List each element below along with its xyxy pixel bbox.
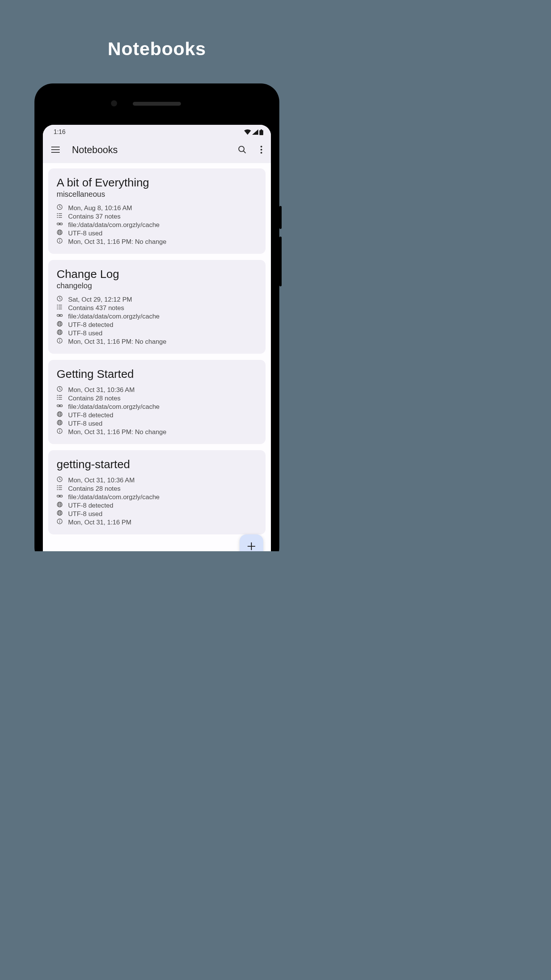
- phone-speaker: [133, 102, 181, 106]
- globe-icon: [57, 501, 63, 510]
- plus-icon: [247, 542, 256, 550]
- notebook-meta-row: file:/data/data/com.orgzly/cache: [57, 403, 257, 411]
- svg-point-7: [57, 213, 58, 214]
- more-vert-icon: [260, 145, 262, 154]
- phone-frame: 1:16 Notebooks A bit of Everythingmis: [34, 83, 279, 551]
- svg-point-31: [57, 399, 58, 400]
- notebook-meta-text: Mon, Oct 31, 1:16 PM: No change: [68, 428, 166, 436]
- notebook-meta-text: Contains 28 notes: [68, 395, 121, 402]
- notebook-meta-text: UTF-8 detected: [68, 412, 113, 419]
- link-icon: [57, 312, 63, 320]
- notebook-meta-text: Mon, Oct 31, 10:36 AM: [68, 477, 135, 484]
- list-icon: [57, 394, 63, 402]
- status-bar: 1:16: [43, 125, 271, 138]
- svg-point-4: [261, 149, 262, 151]
- svg-point-19: [57, 309, 58, 309]
- phone-side-button: [279, 206, 282, 229]
- menu-button[interactable]: [50, 145, 61, 154]
- notebook-meta-row: Contains 437 notes: [57, 304, 257, 312]
- notebook-meta-text: UTF-8 used: [68, 510, 103, 518]
- notebook-meta-text: Mon, Oct 31, 10:36 AM: [68, 386, 135, 394]
- phone-screen: 1:16 Notebooks A bit of Everythingmis: [43, 125, 271, 551]
- search-icon: [238, 145, 246, 154]
- page-title: Notebooks: [0, 0, 314, 59]
- notebook-card[interactable]: Getting StartedMon, Oct 31, 10:36 AMCont…: [48, 360, 266, 444]
- signal-icon: [252, 129, 258, 135]
- status-icons: [244, 129, 263, 135]
- link-icon: [57, 221, 63, 229]
- svg-point-42: [57, 487, 58, 488]
- notebook-meta-row: UTF-8 detected: [57, 411, 257, 419]
- clock-icon: [57, 296, 63, 304]
- search-button[interactable]: [236, 144, 248, 155]
- notebook-meta-text: Contains 37 notes: [68, 213, 121, 220]
- battery-icon: [259, 129, 263, 135]
- svg-point-29: [57, 395, 58, 396]
- add-notebook-fab[interactable]: [240, 534, 263, 551]
- notebook-meta-row: UTF-8 used: [57, 329, 257, 337]
- notebook-meta-row: Contains 37 notes: [57, 212, 257, 220]
- notebook-meta-text: Mon, Aug 8, 10:16 AM: [68, 204, 132, 212]
- svg-point-2: [239, 146, 244, 152]
- notebook-meta-row: Mon, Oct 31, 10:36 AM: [57, 476, 257, 484]
- info-icon: [57, 518, 63, 526]
- globe-icon: [57, 420, 63, 428]
- svg-point-41: [57, 485, 58, 486]
- notebook-meta-row: Mon, Oct 31, 1:16 PM: No change: [57, 238, 257, 246]
- globe-icon: [57, 510, 63, 518]
- svg-point-9: [57, 217, 58, 218]
- notebook-meta-row: Mon, Oct 31, 10:36 AM: [57, 386, 257, 394]
- svg-point-5: [261, 152, 262, 154]
- notebook-card[interactable]: getting-startedMon, Oct 31, 10:36 AMCont…: [48, 450, 266, 534]
- notebook-meta-row: UTF-8 used: [57, 420, 257, 428]
- svg-rect-1: [261, 129, 262, 130]
- notebook-card[interactable]: Change LogchangelogSat, Oct 29, 12:12 PM…: [48, 260, 266, 354]
- notebook-meta-text: UTF-8 used: [68, 230, 103, 237]
- info-icon: [57, 238, 63, 246]
- globe-icon: [57, 229, 63, 237]
- notebook-subtitle: miscellaneous: [57, 190, 257, 199]
- notebook-meta-text: UTF-8 used: [68, 330, 103, 337]
- notebook-meta-row: UTF-8 detected: [57, 321, 257, 329]
- clock-icon: [57, 386, 63, 394]
- clock-icon: [57, 476, 63, 484]
- notebook-meta-row: Mon, Oct 31, 1:16 PM: No change: [57, 338, 257, 346]
- notebook-meta-row: Mon, Oct 31, 1:16 PM: No change: [57, 428, 257, 436]
- notebook-title: Getting Started: [57, 368, 257, 381]
- phone-camera: [111, 100, 117, 106]
- notebook-meta-text: file:/data/data/com.orgzly/cache: [68, 313, 160, 320]
- wifi-icon: [244, 129, 251, 135]
- menu-icon: [51, 147, 60, 153]
- app-bar-title: Notebooks: [72, 144, 226, 155]
- notebook-meta-row: UTF-8 used: [57, 510, 257, 518]
- link-icon: [57, 403, 63, 411]
- svg-point-39: [59, 430, 60, 430]
- notebook-subtitle: changelog: [57, 281, 257, 290]
- notebook-meta-text: Contains 437 notes: [68, 304, 124, 312]
- notebook-title: Change Log: [57, 268, 257, 281]
- more-button[interactable]: [259, 144, 264, 155]
- notebook-meta-text: UTF-8 detected: [68, 321, 113, 329]
- globe-icon: [57, 411, 63, 419]
- list-icon: [57, 485, 63, 493]
- svg-point-27: [59, 339, 60, 340]
- globe-icon: [57, 321, 63, 329]
- notebook-meta-text: Sat, Oct 29, 12:12 PM: [68, 296, 132, 304]
- svg-point-43: [57, 489, 58, 490]
- notebook-meta-row: Contains 28 notes: [57, 485, 257, 493]
- svg-point-8: [57, 215, 58, 216]
- list-icon: [57, 212, 63, 220]
- notebook-meta-text: file:/data/data/com.orgzly/cache: [68, 493, 160, 501]
- notebook-meta-text: UTF-8 used: [68, 420, 103, 428]
- notebook-meta-text: Mon, Oct 31, 1:16 PM: [68, 519, 131, 526]
- notebook-meta-text: Mon, Oct 31, 1:16 PM: No change: [68, 238, 166, 246]
- notebook-meta-text: UTF-8 detected: [68, 502, 113, 510]
- notebook-meta-row: file:/data/data/com.orgzly/cache: [57, 312, 257, 320]
- link-icon: [57, 493, 63, 501]
- notebook-meta-row: file:/data/data/com.orgzly/cache: [57, 493, 257, 501]
- notebook-meta-row: Mon, Oct 31, 1:16 PM: [57, 518, 257, 526]
- notebook-meta-row: UTF-8 detected: [57, 501, 257, 510]
- notebook-meta-text: file:/data/data/com.orgzly/cache: [68, 403, 160, 411]
- notebook-meta-row: file:/data/data/com.orgzly/cache: [57, 221, 257, 229]
- notebook-card[interactable]: A bit of EverythingmiscellaneousMon, Aug…: [48, 168, 266, 254]
